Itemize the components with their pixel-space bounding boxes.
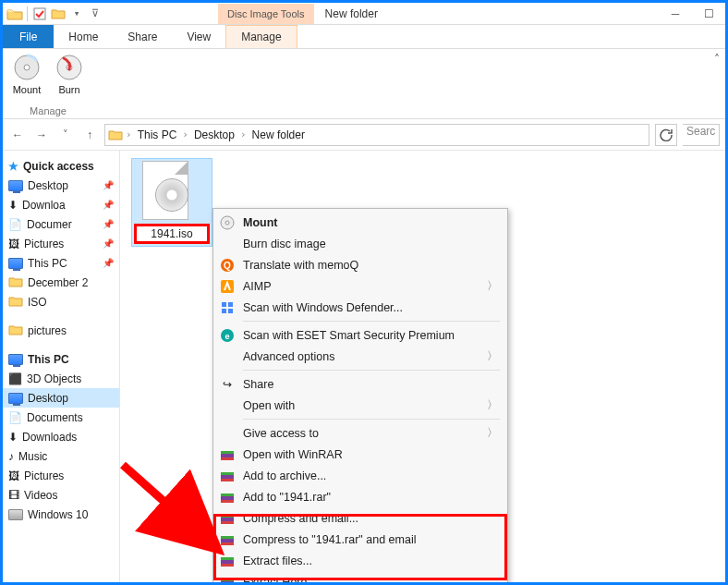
menu-item-aimp[interactable]: AIMP〉 (215, 275, 505, 297)
tab-home[interactable]: Home (54, 25, 113, 48)
crumb-this-pc[interactable]: This PC (134, 128, 181, 141)
disc-icon (219, 214, 236, 231)
svg-rect-21 (221, 479, 234, 481)
menu-item-winrar-open[interactable]: Open with WinRAR (215, 444, 505, 465)
up-button[interactable]: ↑ (80, 126, 99, 144)
menu-item-compress-email[interactable]: Compress and email... (215, 507, 505, 529)
sidebar-item[interactable]: pictures (3, 321, 119, 340)
menu-item-giveaccess[interactable]: Give access to〉 (215, 422, 505, 444)
sidebar-item[interactable]: Desktop📌 (3, 176, 119, 195)
sidebar-item[interactable]: ISO (3, 292, 119, 311)
search-box[interactable]: Searc (683, 124, 720, 146)
menu-item-add-archive[interactable]: Add to archive... (215, 465, 505, 486)
minimize-button[interactable]: ─ (659, 4, 692, 24)
svg-point-2 (24, 65, 30, 70)
sidebar-item[interactable]: 🎞Videos (3, 485, 119, 505)
window-title: New folder (325, 7, 378, 20)
back-button[interactable]: ← (8, 126, 27, 144)
sidebar-item[interactable]: This PC📌 (3, 253, 119, 273)
sidebar-item[interactable]: 🖼Pictures📌 (3, 234, 119, 253)
sidebar-item[interactable]: Windows 10 (3, 505, 119, 524)
menu-item-share[interactable]: ↪Share (215, 373, 505, 395)
chevron-right-icon[interactable]: › (126, 128, 132, 140)
qat-dropdown-icon[interactable]: ▾ (68, 6, 85, 22)
svg-rect-12 (222, 309, 226, 313)
burn-button[interactable]: Burn (53, 53, 86, 95)
winrar-icon (219, 510, 236, 527)
documents-icon: 📄 (8, 411, 22, 424)
this-pc-header[interactable]: This PC (3, 349, 119, 369)
group-label: Manage (30, 105, 67, 116)
menu-item-add-rar[interactable]: Add to "1941.rar" (215, 486, 505, 507)
menu-item-eset[interactable]: eScan with ESET Smart Security Premium (215, 324, 505, 346)
checkbox-icon[interactable] (31, 6, 48, 22)
sidebar-item[interactable]: 📄Documents (3, 408, 119, 427)
winrar-icon (219, 489, 236, 506)
tab-share[interactable]: Share (113, 25, 172, 48)
title-bar: ▾ ⊽ Disc Image Tools New folder ─ ☐ (3, 3, 725, 25)
menu-item-compress-rar-email[interactable]: Compress to "1941.rar" and email (215, 529, 505, 550)
folder-icon (8, 276, 23, 289)
menu-item-extract-here[interactable]: Extract Here (215, 571, 505, 585)
videos-icon: 🎞 (8, 489, 19, 502)
tab-manage[interactable]: Manage (225, 25, 297, 48)
chevron-right-icon: 〉 (487, 278, 498, 294)
mount-button[interactable]: Mount (10, 53, 43, 95)
svg-rect-13 (228, 309, 233, 313)
sidebar-item-desktop[interactable]: Desktop (3, 388, 119, 408)
forward-button[interactable]: → (32, 126, 51, 144)
pictures-icon: 🖼 (8, 469, 19, 482)
menu-item-burn[interactable]: Burn disc image (215, 233, 505, 254)
svg-rect-18 (221, 457, 234, 460)
svg-rect-29 (221, 536, 234, 539)
crumb-desktop[interactable]: Desktop (190, 128, 238, 141)
context-menu: Mount Burn disc image QTranslate with me… (212, 208, 508, 585)
desktop-icon (8, 393, 23, 404)
mount-icon (12, 53, 42, 82)
chevron-right-icon[interactable]: › (182, 128, 188, 140)
maximize-button[interactable]: ☐ (692, 4, 725, 24)
sidebar-item[interactable]: ♪Music (3, 446, 119, 466)
svg-rect-24 (221, 500, 234, 503)
address-bar[interactable]: › This PC › Desktop › New folder (104, 124, 649, 146)
documents-icon: 📄 (8, 218, 22, 231)
quick-access-toolbar: ▾ ⊽ (3, 3, 107, 24)
menu-item-advanced[interactable]: Advanced options〉 (215, 346, 505, 367)
tab-view[interactable]: View (172, 25, 225, 48)
defender-icon (219, 299, 236, 316)
quick-access-header[interactable]: ★Quick access (3, 156, 119, 176)
menu-item-extract-files[interactable]: Extract files... (215, 550, 505, 571)
chevron-right-icon[interactable]: › (240, 128, 247, 140)
sidebar-item[interactable]: ⬇Downloads (3, 427, 119, 446)
refresh-button[interactable] (655, 124, 677, 146)
svg-rect-35 (221, 579, 234, 581)
menu-item-memoq[interactable]: QTranslate with memoQ (215, 254, 505, 275)
qat-customize-icon[interactable]: ⊽ (87, 6, 103, 22)
sidebar-item[interactable]: December 2 (3, 273, 119, 292)
chevron-right-icon: 〉 (487, 397, 498, 413)
svg-rect-33 (221, 564, 234, 567)
file-item-iso[interactable]: 1941.iso (131, 158, 212, 247)
folder-icon (6, 6, 23, 22)
star-icon: ★ (8, 160, 18, 173)
winrar-icon (219, 531, 236, 548)
collapse-ribbon-icon[interactable]: ˄ (709, 49, 725, 118)
menu-item-defender[interactable]: Scan with Windows Defender... (215, 297, 505, 318)
menu-separator (243, 370, 500, 371)
menu-item-mount[interactable]: Mount (215, 212, 505, 233)
pc-icon (8, 258, 23, 269)
sidebar-item[interactable]: ⬛3D Objects (3, 369, 119, 388)
pin-icon: 📌 (103, 258, 114, 268)
crumb-folder[interactable]: New folder (249, 128, 309, 141)
file-tab[interactable]: File (3, 25, 54, 48)
sidebar-item[interactable]: 🖼Pictures (3, 466, 119, 485)
svg-text:Q: Q (224, 261, 231, 271)
svg-rect-32 (221, 557, 234, 560)
history-dropdown-icon[interactable]: ˅ (56, 126, 75, 144)
menu-item-openwith[interactable]: Open with〉 (215, 395, 505, 416)
svg-rect-26 (221, 515, 234, 518)
folder-small-icon[interactable] (50, 6, 67, 22)
sidebar-item[interactable]: 📄Documer📌 (3, 214, 119, 234)
sidebar-item[interactable]: ⬇Downloa📌 (3, 195, 119, 214)
context-tab-header: Disc Image Tools (218, 4, 314, 24)
